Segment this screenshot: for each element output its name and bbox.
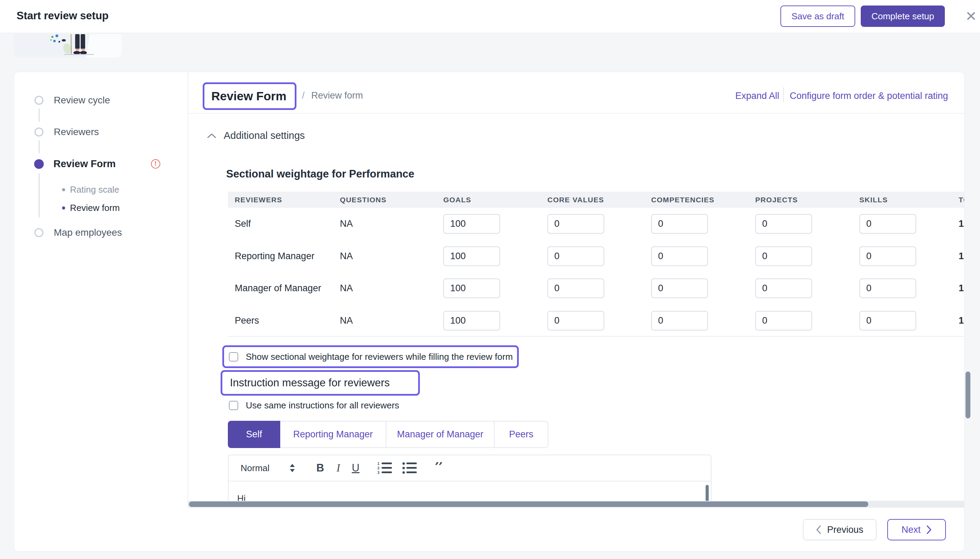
core-values-weightage-input[interactable] [547, 246, 604, 266]
sidebar-substep-rating-scale[interactable]: Rating scale [62, 184, 119, 195]
tab-manager-of-manager[interactable]: Manager of Manager [386, 421, 495, 448]
reviewer-name: Manager of Manager [235, 272, 321, 305]
goals-weightage-input[interactable] [443, 311, 500, 331]
projects-weightage-input[interactable] [755, 311, 812, 331]
sidebar-substep-review-form[interactable]: Review form [62, 203, 119, 213]
competencies-weightage-input[interactable] [651, 311, 708, 331]
bullet-list-icon[interactable] [402, 462, 417, 474]
sidebar-step-review-form[interactable]: Review Form ! [34, 158, 160, 170]
setup-content-card: Review cycle Reviewers Review Form ! Rat… [14, 72, 965, 551]
tab-self[interactable]: Self [228, 421, 280, 448]
step-connector [39, 109, 40, 122]
skills-weightage-input[interactable] [859, 246, 916, 266]
column-header: PROJECTS [755, 192, 798, 208]
header-links-divider [783, 87, 784, 103]
goals-weightage-input[interactable] [443, 214, 500, 234]
same-instructions-row: Use same instructions for all reviewers [229, 400, 399, 411]
previous-label: Previous [827, 524, 863, 535]
table-row: Manager of Manager NA 100 [228, 272, 965, 305]
same-instructions-label: Use same instructions for all reviewers [246, 400, 399, 411]
show-weightage-label: Show sectional weightage for reviewers w… [246, 352, 513, 362]
table-row: Peers NA 100 [228, 305, 965, 337]
step-connector [39, 140, 40, 153]
expand-all-link[interactable]: Expand All [735, 91, 780, 101]
main-header-border [188, 113, 965, 114]
svg-text:1: 1 [377, 462, 379, 466]
core-values-weightage-input[interactable] [547, 311, 604, 331]
substep-label: Rating scale [70, 184, 119, 195]
core-values-weightage-input[interactable] [547, 214, 604, 234]
projects-weightage-input[interactable] [755, 246, 812, 266]
goals-weightage-input[interactable] [443, 246, 500, 266]
sidebar-step-review-cycle[interactable]: Review cycle [35, 95, 110, 106]
skills-weightage-input[interactable] [859, 311, 916, 331]
step-circle-active-icon [34, 159, 44, 169]
column-header: TOTAL [958, 192, 965, 208]
show-weightage-highlight-box: Show sectional weightage for reviewers w… [222, 345, 519, 368]
total-value: 100 [958, 240, 965, 273]
sidebar-step-map-employees[interactable]: Map employees [35, 227, 122, 238]
sectional-weightage-title: Sectional weightage for Performance [226, 168, 414, 180]
breadcrumb-current: Review form [311, 90, 363, 101]
competencies-weightage-input[interactable] [651, 214, 708, 234]
competencies-weightage-input[interactable] [651, 278, 708, 298]
skills-weightage-input[interactable] [859, 278, 916, 298]
breadcrumb-separator: / [302, 90, 305, 101]
tab-peers[interactable]: Peers [495, 421, 548, 448]
skills-weightage-input[interactable] [859, 214, 916, 234]
page-title: Review Form [211, 89, 286, 103]
step-label: Review cycle [54, 95, 110, 106]
top-bar: Start review setup Save as draft Complet… [0, 0, 980, 33]
additional-settings-toggle[interactable]: Additional settings [207, 130, 305, 141]
tab-reporting-manager[interactable]: Reporting Manager [280, 421, 386, 448]
window-title: Start review setup [17, 10, 109, 22]
total-value: 100 [958, 272, 965, 305]
step-circle-icon [35, 96, 43, 105]
projects-weightage-input[interactable] [755, 278, 812, 298]
column-header: REVIEWERS [235, 192, 282, 208]
configure-form-order-link[interactable]: Configure form order & potential rating [790, 91, 948, 101]
table-row: Reporting Manager NA 100 [228, 240, 965, 273]
competencies-weightage-input[interactable] [651, 246, 708, 266]
bold-icon[interactable]: B [316, 462, 324, 474]
ordered-list-icon[interactable]: 1 2 3 [377, 462, 392, 474]
next-button[interactable]: Next [887, 519, 946, 541]
page-vertical-scrollbar-thumb[interactable] [965, 371, 971, 419]
reviewer-tabs: Self Reporting Manager Manager of Manage… [228, 421, 548, 448]
paragraph-style-dropdown[interactable]: Normal [241, 463, 270, 473]
step-label: Map employees [54, 227, 122, 238]
svg-text:2: 2 [377, 466, 379, 470]
sort-arrows-icon[interactable] [290, 463, 295, 473]
show-weightage-checkbox[interactable] [229, 352, 238, 362]
substep-bullet-icon [62, 207, 65, 210]
horizontal-scrollbar-track[interactable] [188, 501, 965, 508]
core-values-weightage-input[interactable] [547, 278, 604, 298]
editor-toolbar: Normal B I U 1 2 3 [228, 455, 711, 481]
underline-icon[interactable]: U [352, 462, 359, 474]
step-connector [39, 174, 40, 217]
column-header: SKILLS [859, 192, 887, 208]
sidebar-divider [187, 72, 188, 508]
save-as-draft-button[interactable]: Save as draft [780, 5, 855, 27]
chevron-left-icon [816, 525, 821, 534]
previous-button[interactable]: Previous [803, 519, 877, 541]
questions-value: NA [340, 208, 353, 240]
goals-weightage-input[interactable] [443, 278, 500, 298]
total-value: 100 [958, 305, 965, 337]
step-circle-icon [35, 127, 43, 136]
same-instructions-checkbox[interactable] [229, 401, 238, 410]
column-header: QUESTIONS [340, 192, 386, 208]
step-circle-icon [35, 228, 43, 237]
blockquote-icon[interactable]: ” [434, 462, 444, 474]
next-label: Next [901, 524, 921, 535]
italic-icon[interactable]: I [336, 462, 340, 474]
wizard-footer: Previous Next [14, 508, 965, 551]
sidebar-step-reviewers[interactable]: Reviewers [35, 126, 99, 137]
complete-setup-button[interactable]: Complete setup [861, 5, 945, 27]
chevron-up-icon [207, 133, 216, 139]
questions-value: NA [340, 272, 353, 305]
table-row: Self NA 100 [228, 208, 965, 240]
projects-weightage-input[interactable] [755, 214, 812, 234]
close-icon[interactable]: ✕ [963, 8, 979, 24]
horizontal-scrollbar-thumb[interactable] [189, 501, 868, 507]
